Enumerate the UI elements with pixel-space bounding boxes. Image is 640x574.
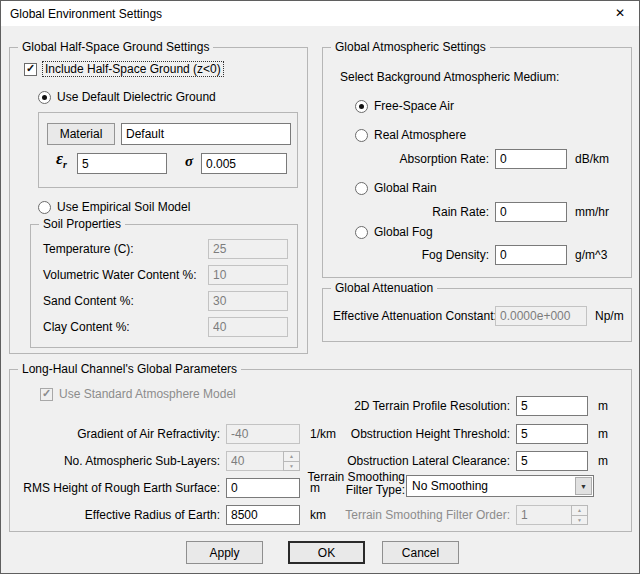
fog-density-unit: g/m^3 <box>575 248 607 263</box>
radio-global-fog-label: Global Fog <box>374 225 433 239</box>
obstruction-height-label: Obstruction Height Threshold: <box>300 427 510 442</box>
smoothing-order-spinner: ▲ ▼ <box>571 505 588 525</box>
radio-dot-icon <box>42 95 47 100</box>
permittivity-input[interactable] <box>77 153 167 174</box>
radio-circle-icon <box>355 129 368 142</box>
global-environment-settings-dialog: Global Environment Settings ✕ Global Hal… <box>0 0 640 574</box>
close-icon: ✕ <box>615 6 625 20</box>
soil-water-content-input <box>208 265 288 285</box>
spinner-down-icon: ▼ <box>283 462 300 472</box>
radio-global-fog[interactable]: Global Fog <box>355 225 433 239</box>
attenuation-constant-label: Effective Attenuation Constant: <box>333 309 497 324</box>
rain-rate-input[interactable] <box>495 202 567 222</box>
absorption-rate-input[interactable] <box>495 149 567 169</box>
obstruction-clearance-input[interactable] <box>516 451 588 471</box>
apply-button[interactable]: Apply <box>186 541 263 564</box>
radio-real-atmosphere[interactable]: Real Atmosphere <box>355 128 466 142</box>
cancel-button[interactable]: Cancel <box>382 541 459 564</box>
group-attenuation-title: Global Attenuation <box>331 281 437 295</box>
rms-height-input[interactable] <box>226 478 300 498</box>
sublayers-spinner: ▲ ▼ <box>283 451 300 471</box>
gradient-refractivity-label: Gradient of Air Refractivity: <box>10 427 220 442</box>
radio-circle-icon <box>355 226 368 239</box>
radio-circle-icon <box>355 182 368 195</box>
epsilon-r-symbol: εr <box>56 149 67 170</box>
epsilon-glyph: ε <box>56 149 63 168</box>
rain-rate-label: Rain Rate: <box>323 205 489 220</box>
dielectric-panel: Material εr σ <box>38 112 298 188</box>
sigma-symbol: σ <box>185 153 193 170</box>
spinner-down-icon: ▼ <box>571 516 588 526</box>
rain-rate-unit: mm/hr <box>575 205 609 220</box>
radio-default-dielectric-label: Use Default Dielectric Ground <box>57 90 216 104</box>
titlebar[interactable]: Global Environment Settings ✕ <box>1 1 639 26</box>
material-input[interactable] <box>121 123 291 145</box>
obstruction-height-unit: m <box>598 427 608 442</box>
radio-real-atmosphere-label: Real Atmosphere <box>374 128 466 142</box>
radio-global-rain[interactable]: Global Rain <box>355 181 437 195</box>
terrain-resolution-input[interactable] <box>516 396 588 416</box>
obstruction-height-input[interactable] <box>516 424 588 444</box>
rms-height-label: RMS Height of Rough Earth Surface: <box>10 481 220 496</box>
group-ground-settings: Global Half-Space Ground Settings ✓ Incl… <box>9 47 308 354</box>
smoothing-order-label: Terrain Smoothing Filter Order: <box>300 508 510 523</box>
soil-clay-content-label: Clay Content %: <box>43 320 130 335</box>
obstruction-clearance-label: Obstruction Lateral Clearance: <box>300 454 510 469</box>
soil-water-content-label: Volumetric Water Content %: <box>43 268 197 283</box>
checkbox-box-icon: ✓ <box>24 63 37 76</box>
terrain-resolution-label: 2D Terrain Profile Resolution: <box>300 399 510 414</box>
earth-radius-input[interactable] <box>226 505 300 525</box>
soil-temperature-label: Temperature (C): <box>43 242 134 257</box>
conductivity-input[interactable] <box>201 153 287 174</box>
spinner-up-icon: ▲ <box>571 505 588 516</box>
radio-free-space-air-label: Free-Space Air <box>374 99 454 113</box>
atmospheric-subtitle: Select Background Atmospheric Medium: <box>340 70 559 85</box>
ok-button[interactable]: OK <box>288 541 365 564</box>
std-atmosphere-label: Use Standard Atmosphere Model <box>59 387 236 401</box>
radio-circle-icon <box>355 100 368 113</box>
include-halfspace-label: Include Half-Space Ground (z<0) <box>43 62 223 76</box>
radio-empirical-soil-label: Use Empirical Soil Model <box>57 200 190 214</box>
checkbox-box-icon: ✓ <box>40 388 53 401</box>
group-atmospheric-settings: Global Atmospheric Settings Select Backg… <box>322 47 632 278</box>
dropdown-arrow-icon[interactable]: ▼ <box>575 477 592 495</box>
window-title: Global Environment Settings <box>10 7 162 21</box>
fog-density-label: Fog Density: <box>323 248 489 263</box>
radio-default-dielectric[interactable]: Use Default Dielectric Ground <box>38 90 216 104</box>
attenuation-constant-unit: Np/m <box>595 309 624 324</box>
group-longhaul-parameters: Long-Haul Channel's Global Parameters ✓ … <box>9 369 632 532</box>
soil-sand-content-label: Sand Content %: <box>43 294 134 309</box>
radio-empirical-soil[interactable]: Use Empirical Soil Model <box>38 200 190 214</box>
radio-global-rain-label: Global Rain <box>374 181 437 195</box>
group-ground-title: Global Half-Space Ground Settings <box>18 40 213 54</box>
group-longhaul-title: Long-Haul Channel's Global Parameters <box>18 362 241 376</box>
material-button[interactable]: Material <box>47 123 115 145</box>
attenuation-constant-input <box>495 306 587 326</box>
soil-sand-content-input <box>208 291 288 311</box>
group-soil-properties: Soil Properties Temperature (C): Volumet… <box>30 224 298 348</box>
absorption-rate-label: Absorption Rate: <box>323 152 489 167</box>
radio-circle-icon <box>38 201 51 214</box>
radio-free-space-air[interactable]: Free-Space Air <box>355 99 454 113</box>
smoothing-type-value: No Smoothing <box>412 479 488 493</box>
group-soil-title: Soil Properties <box>39 217 125 231</box>
terrain-resolution-unit: m <box>598 399 608 414</box>
radio-dot-icon <box>359 104 364 109</box>
soil-clay-content-input <box>208 317 288 337</box>
smoothing-type-dropdown[interactable]: No Smoothing ▼ <box>406 475 594 497</box>
include-halfspace-checkbox[interactable]: ✓ Include Half-Space Ground (z<0) <box>24 62 223 76</box>
gradient-refractivity-input <box>226 424 300 444</box>
epsilon-sub-glyph: r <box>63 159 67 170</box>
radio-circle-icon <box>38 91 51 104</box>
soil-temperature-input <box>208 239 288 259</box>
sublayers-label: No. Atmospheric Sub-Layers: <box>10 454 220 469</box>
fog-density-input[interactable] <box>495 245 567 265</box>
group-atmospheric-title: Global Atmospheric Settings <box>331 40 490 54</box>
spinner-up-icon: ▲ <box>283 451 300 462</box>
close-button[interactable]: ✕ <box>601 1 639 26</box>
group-global-attenuation: Global Attenuation Effective Attenuation… <box>322 288 632 342</box>
earth-radius-label: Effective Radius of Earth: <box>10 508 220 523</box>
smoothing-type-label: Terrain Smoothing Filter Type: <box>293 471 405 497</box>
obstruction-clearance-unit: m <box>598 454 608 469</box>
std-atmosphere-checkbox: ✓ Use Standard Atmosphere Model <box>40 387 236 401</box>
